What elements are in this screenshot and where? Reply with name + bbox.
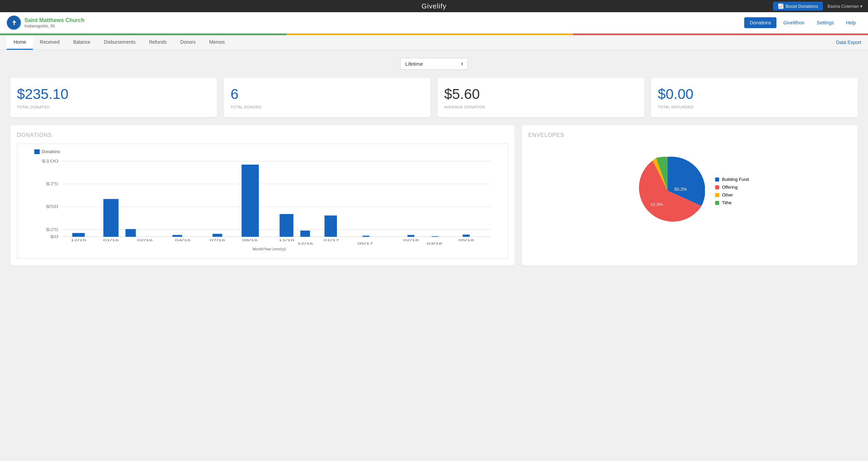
stat-total-donors: 6 TOTAL DONORS (224, 78, 431, 117)
bar-08-16 (241, 165, 259, 237)
pie-chart-area: 50.2% 42.5% Building Fund Offering (528, 144, 851, 238)
tab-received[interactable]: Received (33, 35, 66, 50)
bar-05-18 (463, 235, 470, 237)
legend-label-offering: Offering (722, 185, 737, 190)
svg-text:07/16: 07/16 (210, 238, 225, 242)
legend-label-building-fund: Building Fund (722, 177, 749, 182)
legend-dot-other (715, 193, 719, 197)
user-menu[interactable]: Basha Coleman ▾ (828, 4, 863, 9)
svg-text:11/16: 11/16 (279, 238, 294, 242)
legend-label-tithe: Tithe (722, 200, 731, 205)
svg-text:02/16: 02/16 (137, 238, 153, 242)
app-logo: Givelify (421, 2, 447, 10)
stat-value-total-refunded: $0.00 (658, 86, 851, 102)
tab-donors[interactable]: Donors (174, 35, 202, 50)
x-axis-label: Month/Year (mm/yy) (34, 247, 504, 251)
tab-home[interactable]: Home (7, 35, 33, 50)
nav-donations-button[interactable]: Donations (744, 17, 776, 28)
stat-value-avg-donation: $5.60 (444, 86, 637, 102)
stat-total-refunded: $0.00 TOTAL REFUNDED (651, 78, 858, 117)
donations-chart-title: DONATIONS (17, 132, 508, 138)
top-bar: Givelify 📈 Boost Donations Basha Coleman… (0, 0, 868, 12)
period-selector-wrap: Today This Week This Month This Year Lif… (10, 58, 858, 70)
legend-label-donations: Donations (42, 149, 60, 154)
svg-text:$25: $25 (46, 227, 58, 232)
tab-refunds[interactable]: Refunds (142, 35, 174, 50)
pie-label-offering: 42.5% (651, 202, 663, 207)
legend-label-other: Other (722, 192, 733, 197)
legend-item-offering: Offering (715, 185, 749, 190)
user-name: Basha Coleman (828, 4, 859, 9)
nav-givelithon-button[interactable]: Givelithon (778, 17, 810, 28)
stat-label-avg-donation: AVERAGE DONATION (444, 105, 637, 109)
org-info: ✝ Saint Matthews Church Indianapolis, IN (7, 16, 84, 30)
tab-balance[interactable]: Balance (66, 35, 97, 50)
legend-item-other: Other (715, 192, 749, 197)
envelopes-chart-card: ENVELOPES 50.2% 42.5% (521, 125, 858, 266)
pie-chart-svg: 50.2% 42.5% (630, 153, 705, 228)
pie-legend: Building Fund Offering Other Tithe (715, 177, 749, 205)
bar-07-16 (213, 234, 222, 237)
bar-01-16 (103, 199, 119, 237)
stat-label-total-donated: TOTAL DONATED (17, 105, 210, 109)
nav-tabs: Home Received Balance Disbursements Refu… (0, 35, 868, 50)
logo-text: Givelify (421, 2, 447, 10)
legend-dot-building-fund (715, 177, 719, 182)
org-logo: ✝ (7, 16, 21, 30)
svg-text:04/16: 04/16 (175, 238, 191, 242)
tab-memos[interactable]: Memos (202, 35, 232, 50)
pie-label-building-fund: 50.2% (674, 187, 687, 192)
svg-text:$50: $50 (46, 205, 58, 209)
data-export-link[interactable]: Data Export (836, 36, 861, 49)
pie-svg-wrapper: 50.2% 42.5% (630, 153, 705, 229)
bar-04-16 (173, 235, 182, 237)
nav-help-button[interactable]: Help (841, 17, 861, 28)
nav-settings-button[interactable]: Settings (811, 17, 840, 28)
bar-chart-svg: $100 $75 $50 $25 $0 12/15 01/16 (34, 158, 504, 246)
svg-text:01/16: 01/16 (103, 238, 119, 242)
bar-02-18 (408, 235, 414, 237)
stat-label-total-donors: TOTAL DONORS (231, 105, 424, 109)
legend-dot-offering (715, 185, 719, 189)
bar-12-16 (300, 231, 310, 237)
envelopes-chart-title: ENVELOPES (528, 132, 851, 138)
main-content: Today This Week This Month This Year Lif… (0, 50, 868, 274)
bar-03-18 (432, 236, 438, 237)
legend-item-tithe: Tithe (715, 200, 749, 205)
org-location: Indianapolis, IN (24, 23, 84, 28)
svg-text:08/16: 08/16 (242, 238, 258, 242)
header-nav: Donations Givelithon Settings Help (744, 17, 861, 28)
svg-text:01/17: 01/17 (324, 238, 339, 242)
charts-row: DONATIONS Donations $100 $75 (10, 125, 858, 266)
stat-value-total-donated: $235.10 (17, 86, 210, 102)
svg-text:03/18: 03/18 (427, 242, 442, 245)
stat-value-total-donors: 6 (231, 86, 424, 102)
bar-02-16 (125, 229, 136, 237)
svg-text:12/15: 12/15 (71, 238, 86, 242)
svg-text:05/17: 05/17 (357, 242, 373, 245)
boost-donations-button[interactable]: 📈 Boost Donations (773, 2, 823, 11)
period-selector[interactable]: Today This Week This Month This Year Lif… (400, 58, 468, 70)
period-selector-container: Today This Week This Month This Year Lif… (400, 58, 468, 70)
bar-chart-area: Donations $100 $75 $50 $25 $0 (17, 144, 508, 259)
svg-text:$75: $75 (46, 182, 58, 186)
svg-text:$100: $100 (42, 159, 59, 164)
boost-label: Boost Donations (786, 4, 818, 9)
stat-total-donated: $235.10 TOTAL DONATED (10, 78, 217, 117)
bar-chart-svg-wrapper: $100 $75 $50 $25 $0 12/15 01/16 (34, 158, 504, 246)
legend-item-building-fund: Building Fund (715, 177, 749, 182)
legend-dot-tithe (715, 201, 719, 205)
svg-text:02/18: 02/18 (403, 238, 419, 242)
donations-chart-card: DONATIONS Donations $100 $75 (10, 125, 515, 266)
tab-disbursements[interactable]: Disbursements (97, 35, 142, 50)
bar-12-15 (72, 233, 85, 237)
chevron-down-icon: ▾ (860, 4, 863, 9)
stat-label-total-refunded: TOTAL REFUNDED (658, 105, 851, 109)
svg-text:✝: ✝ (12, 20, 17, 26)
org-name: Saint Matthews Church (24, 17, 84, 23)
bar-01-17 (324, 215, 337, 237)
svg-text:05/18: 05/18 (458, 238, 474, 242)
svg-text:$0: $0 (50, 235, 58, 239)
svg-text:12/16: 12/16 (297, 242, 313, 245)
bar-chart-legend: Donations (34, 149, 504, 154)
